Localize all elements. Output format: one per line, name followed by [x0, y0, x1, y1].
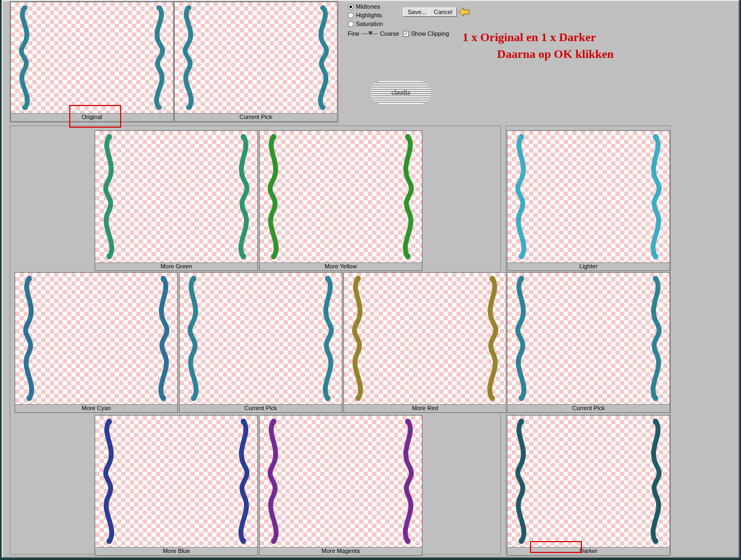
thumb-caption: Current Pick [175, 113, 337, 121]
thumb-more-magenta[interactable]: More Magenta [259, 415, 422, 556]
thumb-current-pick-top[interactable]: Current Pick [174, 2, 338, 122]
pointer-hand-icon [457, 4, 471, 18]
svg-point-14 [405, 135, 411, 140]
svg-point-43 [653, 395, 658, 400]
flourish-icon [148, 5, 170, 110]
instruction-text: 1 x Original en 1 x Darker Daarna op OK … [462, 29, 614, 63]
svg-point-27 [489, 395, 495, 400]
svg-point-26 [489, 276, 495, 282]
svg-point-47 [653, 538, 658, 543]
thumb-image [175, 2, 337, 113]
thumb-image [11, 2, 173, 113]
thumb-image [507, 273, 670, 404]
thumb-image [180, 273, 342, 404]
svg-point-23 [325, 395, 330, 400]
thumb-caption: Lighter [507, 262, 670, 271]
radio-label: Highlights [356, 12, 382, 18]
slider-label-coarse: Coarse [380, 30, 399, 37]
thumb-more-yellow[interactable]: More Yellow [259, 130, 422, 271]
flourish-icon [178, 5, 200, 110]
thumb-more-green[interactable]: More Green [95, 130, 258, 271]
tone-radio-group: Midtones Highlights Saturation [348, 2, 383, 28]
svg-point-38 [653, 135, 658, 140]
svg-point-31 [241, 538, 246, 543]
radio-highlights[interactable]: Highlights [348, 11, 383, 19]
radio-label: Midtones [356, 3, 380, 10]
svg-point-37 [519, 253, 524, 259]
radio-icon [348, 12, 354, 18]
thumb-caption: Current Pick [507, 404, 670, 412]
flourish-icon [14, 5, 36, 110]
svg-point-32 [271, 419, 276, 425]
instruction-line2: Daarna op OK klikken [462, 46, 614, 63]
svg-point-39 [653, 253, 658, 259]
thumb-darker[interactable]: Darker [507, 415, 670, 556]
svg-point-3 [156, 105, 162, 109]
thumb-original[interactable]: Original [10, 2, 174, 122]
thumb-image [507, 131, 670, 262]
svg-point-35 [405, 538, 411, 543]
svg-point-7 [320, 105, 326, 109]
svg-point-2 [156, 6, 162, 10]
thumb-caption: Darker [507, 547, 670, 555]
radio-icon [348, 4, 354, 10]
thumb-current-pick-main[interactable]: Current Pick [179, 272, 342, 413]
svg-point-10 [241, 135, 246, 140]
flourish-icon [312, 5, 334, 110]
thumb-more-blue[interactable]: More Blue [95, 415, 258, 556]
thumb-caption: More Red [344, 404, 506, 412]
cancel-button[interactable]: Cancel [429, 8, 457, 17]
svg-point-41 [519, 395, 524, 400]
svg-point-42 [653, 276, 658, 282]
svg-point-20 [191, 276, 196, 282]
fine-coarse-slider[interactable]: Fine Coarse [348, 30, 399, 37]
svg-point-16 [27, 276, 32, 282]
instruction-line1: 1 x Original en 1 x Darker [462, 30, 596, 44]
svg-point-12 [271, 135, 276, 140]
thumb-caption: Original [11, 113, 173, 121]
svg-point-21 [191, 395, 196, 400]
svg-point-1 [22, 105, 28, 109]
svg-point-46 [653, 419, 658, 425]
thumb-lighter[interactable]: Lighter [507, 130, 670, 271]
checkbox-icon [403, 31, 409, 37]
save-button[interactable]: Save... [403, 8, 431, 17]
svg-point-0 [22, 6, 28, 10]
brightness-variations-pane: Lighter Current Pick Darker [506, 126, 671, 555]
svg-point-40 [519, 276, 524, 282]
svg-point-8 [107, 135, 112, 140]
slider-thumb-icon [368, 31, 373, 35]
slider-label-fine: Fine [348, 30, 359, 37]
radio-icon [348, 21, 354, 27]
thumb-caption: More Cyan [15, 404, 177, 412]
radio-saturation[interactable]: Saturation [348, 19, 383, 28]
svg-point-28 [107, 419, 112, 425]
thumb-current-pick-brightness[interactable]: Current Pick [507, 272, 670, 413]
watermark-badge: claudia [370, 81, 431, 104]
thumb-image [95, 416, 257, 547]
radio-midtones[interactable]: Midtones [348, 2, 383, 11]
thumb-caption: More Green [95, 262, 257, 271]
thumb-image [260, 131, 422, 262]
variations-dialog: Original Current Pick Midtones Highlight… [2, 0, 739, 558]
thumb-image [95, 131, 257, 262]
checkbox-label: Show Clipping [411, 30, 449, 37]
thumb-more-red[interactable]: More Red [343, 272, 507, 413]
svg-point-4 [186, 6, 191, 10]
svg-point-24 [355, 276, 361, 282]
svg-point-11 [241, 253, 246, 259]
svg-point-13 [271, 253, 276, 259]
svg-point-33 [271, 538, 276, 543]
svg-point-6 [320, 6, 326, 10]
top-preview-pane: Original Current Pick [10, 1, 339, 123]
show-clipping-checkbox[interactable]: Show Clipping [403, 30, 449, 37]
svg-point-5 [186, 105, 191, 109]
controls-panel: Midtones Highlights Saturation Save... C… [343, 1, 738, 123]
thumb-caption: Current Pick [180, 404, 342, 412]
slider-track[interactable] [361, 34, 378, 34]
thumb-image [344, 273, 506, 404]
thumb-image [507, 416, 670, 547]
svg-point-15 [405, 253, 411, 259]
thumb-more-cyan[interactable]: More Cyan [15, 272, 178, 413]
svg-point-25 [355, 395, 361, 400]
